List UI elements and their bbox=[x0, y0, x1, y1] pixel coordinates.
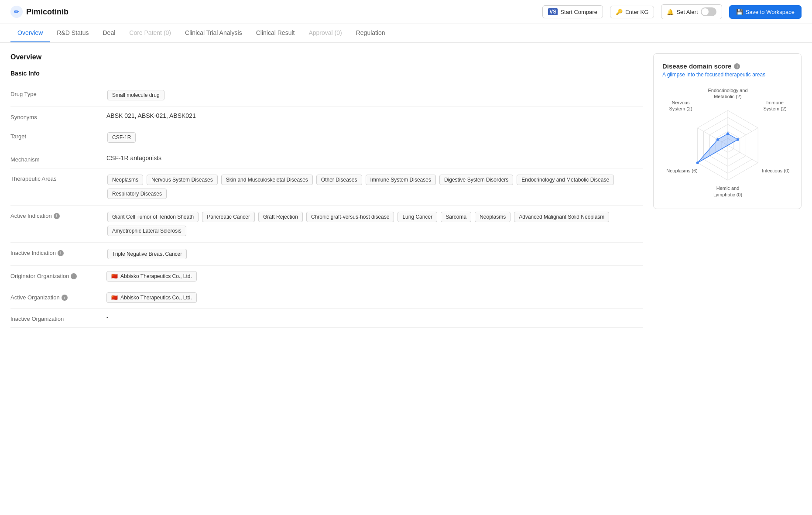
active-indication-tag: Sarcoma bbox=[441, 212, 471, 222]
inactive-indication-value: Triple Negative Breast Cancer bbox=[106, 248, 643, 260]
active-indication-tag: Giant Cell Tumor of Tendon Sheath bbox=[107, 212, 199, 222]
target-row: Target CSF-1R bbox=[10, 126, 643, 149]
active-org-row: Active Organization i 🇨🇳 Abbisko Therape… bbox=[10, 287, 643, 309]
disease-domain-title: Disease domain score i bbox=[662, 62, 792, 70]
svg-point-12 bbox=[726, 132, 729, 135]
active-org-value: 🇨🇳 Abbisko Therapeutics Co., Ltd. bbox=[106, 292, 643, 303]
save-workspace-button[interactable]: 💾 Save to Workspace bbox=[729, 5, 802, 19]
drug-type-tag: Small molecule drug bbox=[107, 90, 164, 100]
tab-clinical-trial[interactable]: Clinical Trial Analysis bbox=[178, 24, 249, 42]
svg-point-14 bbox=[696, 161, 699, 164]
section-title: Overview bbox=[10, 53, 643, 61]
tab-rd-status[interactable]: R&D Status bbox=[50, 24, 96, 42]
right-panel: Disease domain score i A glimpse into th… bbox=[653, 53, 802, 328]
inactive-indication-info-icon[interactable]: i bbox=[58, 250, 64, 256]
svg-point-13 bbox=[737, 138, 739, 141]
logo-icon: ✏ bbox=[10, 6, 23, 18]
compare-icon: VS bbox=[548, 8, 558, 15]
alert-toggle[interactable] bbox=[701, 7, 716, 16]
active-indication-value: Giant Cell Tumor of Tendon SheathPancrea… bbox=[106, 211, 643, 237]
nav-tabs: Overview R&D Status Deal Core Patent (0)… bbox=[0, 24, 812, 43]
drug-type-row: Drug Type Small molecule drug bbox=[10, 84, 643, 107]
active-org-label: Active Organization i bbox=[10, 292, 98, 301]
inactive-org-row: Inactive Organization - bbox=[10, 309, 643, 328]
therapeutic-areas-value: NeoplasmsNervous System DiseasesSkin and… bbox=[106, 174, 643, 200]
therapeutic-area-tag: Neoplasms bbox=[107, 175, 143, 185]
radar-label-neoplasms: Neoplasms (6) bbox=[662, 168, 702, 174]
inactive-org-label: Inactive Organization bbox=[10, 314, 98, 322]
header: ✏ Pimicotinib VS Start Compare 🔑 Enter K… bbox=[0, 0, 812, 24]
disease-domain-subtitle: A glimpse into the focused therapeutic a… bbox=[662, 72, 792, 78]
save-icon: 💾 bbox=[736, 9, 743, 15]
tab-overview[interactable]: Overview bbox=[10, 24, 50, 42]
active-indication-tag: Advanced Malignant Solid Neoplasm bbox=[514, 212, 609, 222]
radar-label-immune: ImmuneSystem (2) bbox=[757, 100, 792, 112]
disease-domain-info-icon[interactable]: i bbox=[734, 63, 740, 69]
mechanism-value: CSF-1R antagonists bbox=[106, 154, 643, 161]
alert-icon: 🔔 bbox=[667, 9, 674, 15]
radar-label-endocrinology: Endocrinology andMetabolic (2) bbox=[702, 87, 754, 100]
target-tag: CSF-1R bbox=[107, 132, 136, 143]
left-panel: Overview Basic Info Drug Type Small mole… bbox=[10, 53, 643, 328]
compare-button[interactable]: VS Start Compare bbox=[542, 5, 603, 18]
active-indication-row: Active Indication i Giant Cell Tumor of … bbox=[10, 206, 643, 243]
basic-info-title: Basic Info bbox=[10, 70, 643, 77]
therapeutic-areas-label: Therapeutic Areas bbox=[10, 174, 98, 182]
main-content: Overview Basic Info Drug Type Small mole… bbox=[0, 43, 812, 338]
disease-domain-card: Disease domain score i A glimpse into th… bbox=[653, 53, 802, 209]
therapeutic-area-tag: Endocrinology and Metabolic Disease bbox=[517, 175, 614, 185]
mechanism-label: Mechanism bbox=[10, 154, 98, 163]
therapeutic-area-tag: Nervous System Diseases bbox=[147, 175, 218, 185]
originator-org-label: Originator Organization i bbox=[10, 271, 98, 279]
therapeutic-areas-row: Therapeutic Areas NeoplasmsNervous Syste… bbox=[10, 168, 643, 206]
inactive-indication-label: Inactive Indication i bbox=[10, 248, 98, 256]
header-actions: VS Start Compare 🔑 Enter KG 🔔 Set Alert … bbox=[542, 4, 802, 19]
active-indication-tag: Graft Rejection bbox=[258, 212, 303, 222]
active-org-flag-icon: 🇨🇳 bbox=[111, 295, 118, 301]
active-indication-tag: Neoplasms bbox=[475, 212, 510, 222]
active-org-tag: 🇨🇳 Abbisko Therapeutics Co., Ltd. bbox=[106, 292, 197, 303]
synonyms-label: Synonyms bbox=[10, 112, 98, 120]
originator-org-value: 🇨🇳 Abbisko Therapeutics Co., Ltd. bbox=[106, 271, 643, 282]
tab-regulation[interactable]: Regulation bbox=[349, 24, 392, 42]
radar-label-nervous: NervousSystem (2) bbox=[663, 100, 698, 112]
therapeutic-area-tag: Other Diseases bbox=[316, 175, 362, 185]
tab-core-patent: Core Patent (0) bbox=[122, 24, 178, 42]
synonyms-value: ABSK 021, ABSK-021, ABSK021 bbox=[106, 112, 643, 119]
org-flag-icon: 🇨🇳 bbox=[111, 273, 118, 279]
active-indication-info-icon[interactable]: i bbox=[54, 213, 60, 219]
radar-label-infectious: Infectious (0) bbox=[758, 168, 793, 174]
radar-chart-container: Endocrinology andMetabolic (2) ImmuneSys… bbox=[662, 86, 793, 200]
radar-label-hemic: Hemic andLymphatic (0) bbox=[706, 185, 750, 198]
synonyms-row: Synonyms ABSK 021, ABSK-021, ABSK021 bbox=[10, 107, 643, 126]
therapeutic-area-tag: Skin and Musculoskeletal Diseases bbox=[221, 175, 313, 185]
therapeutic-area-tag: Immune System Diseases bbox=[366, 175, 436, 185]
therapeutic-area-tag: Digestive System Disorders bbox=[439, 175, 513, 185]
target-value: CSF-1R bbox=[106, 131, 643, 144]
originator-org-info-icon[interactable]: i bbox=[71, 273, 77, 279]
set-alert-button[interactable]: 🔔 Set Alert bbox=[661, 4, 722, 19]
active-indication-tag: Pancreatic Cancer bbox=[202, 212, 255, 222]
kg-icon: 🔑 bbox=[616, 9, 623, 15]
active-indication-label: Active Indication i bbox=[10, 211, 98, 219]
inactive-indication-row: Inactive Indication i Triple Negative Br… bbox=[10, 243, 643, 266]
active-indication-tag: Chronic graft-versus-host disease bbox=[306, 212, 394, 222]
app-title: Pimicotinib bbox=[26, 7, 69, 17]
inactive-org-value: - bbox=[106, 314, 643, 321]
svg-line-7 bbox=[728, 145, 758, 163]
originator-org-tag: 🇨🇳 Abbisko Therapeutics Co., Ltd. bbox=[106, 271, 197, 282]
enter-kg-button[interactable]: 🔑 Enter KG bbox=[610, 6, 654, 18]
active-indication-tag: Lung Cancer bbox=[397, 212, 437, 222]
active-indication-tag: Amyotrophic Lateral Sclerosis bbox=[107, 226, 186, 236]
tab-deal[interactable]: Deal bbox=[96, 24, 123, 42]
tab-approval: Approval (0) bbox=[302, 24, 349, 42]
tab-clinical-result[interactable]: Clinical Result bbox=[249, 24, 302, 42]
active-org-info-icon[interactable]: i bbox=[62, 295, 68, 301]
drug-type-label: Drug Type bbox=[10, 89, 98, 97]
drug-type-value: Small molecule drug bbox=[106, 89, 643, 101]
therapeutic-area-tag: Respiratory Diseases bbox=[107, 189, 167, 199]
target-label: Target bbox=[10, 131, 98, 140]
logo-area: ✏ Pimicotinib bbox=[10, 6, 534, 18]
mechanism-row: Mechanism CSF-1R antagonists bbox=[10, 149, 643, 168]
svg-point-15 bbox=[716, 138, 719, 141]
